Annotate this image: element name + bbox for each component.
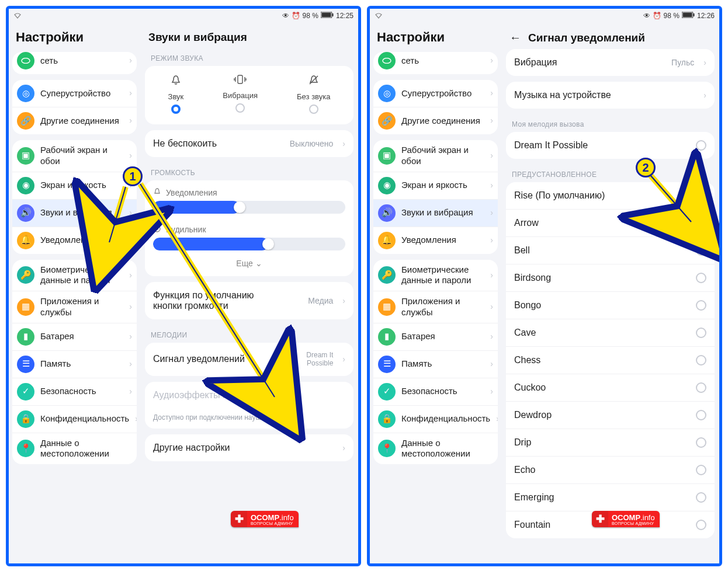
sidebar-item-display[interactable]: ◉Экран и яркость›	[373, 172, 498, 199]
preset-item[interactable]: Cuckoo	[506, 374, 715, 401]
volume-more[interactable]: Еще ⌄	[145, 254, 353, 276]
my-ringtone-item[interactable]: Dream It Possible	[506, 132, 715, 159]
sidebar-item-battery[interactable]: ▮Батарея›	[373, 323, 498, 350]
radio[interactable]	[696, 465, 706, 475]
radio[interactable]	[696, 273, 706, 283]
sidebar-item-home-wallpaper[interactable]: ▣ Рабочий экран и обои ›	[12, 140, 137, 172]
radio[interactable]	[696, 245, 706, 256]
preset-item[interactable]: Dewdrop	[506, 401, 715, 429]
lock-icon: 🔒	[378, 410, 396, 428]
do-not-disturb-row[interactable]: Не беспокоить Выключено ›	[145, 130, 353, 157]
battery-percent: 98 %	[303, 12, 318, 20]
sidebar-item-security[interactable]: ✓Безопасность›	[373, 378, 498, 405]
sidebar-item-biometrics[interactable]: 🔑 Биометрические данные и пароли ›	[12, 260, 137, 291]
my-ringtone-label: Моя мелодия вызова	[506, 114, 715, 132]
bell-icon: 🔔	[378, 232, 396, 249]
sidebar-item-location[interactable]: 📍 Данные о местоположении	[12, 433, 137, 465]
radio[interactable]	[696, 355, 706, 365]
sidebar-item-security[interactable]: ✓ Безопасность ›	[12, 378, 137, 405]
radio[interactable]	[696, 382, 706, 393]
radio[interactable]	[696, 520, 706, 530]
annotation-marker-1: 1	[123, 166, 143, 186]
sidebar-item-display[interactable]: ◉ Экран и яркость ›	[12, 172, 137, 199]
music-on-device-row[interactable]: Музыка на устройстве ›	[506, 82, 715, 109]
battery-icon	[682, 12, 695, 20]
mode-vibrate[interactable]: Вибрация	[223, 74, 258, 114]
link-icon: 🔗	[17, 112, 34, 130]
preset-label: Drip	[514, 437, 531, 448]
radio[interactable]	[696, 190, 706, 201]
radio[interactable]	[696, 140, 706, 151]
other-settings-row[interactable]: Другие настройки ›	[145, 434, 353, 461]
sidebar-item-apps[interactable]: ▦Приложения и службы›	[373, 291, 498, 323]
sidebar-item-sounds[interactable]: 🔊 Звуки и вибрация ›	[12, 199, 137, 227]
preset-item[interactable]: Arrow	[506, 209, 715, 236]
sidebar-item-sounds[interactable]: 🔊Звуки и вибрация›	[373, 199, 498, 227]
chevron-right-icon: ›	[129, 116, 132, 126]
radio[interactable]	[696, 410, 706, 420]
sound-mode-selector: Звук Вибрация	[145, 66, 353, 124]
volume-button-default-row[interactable]: Функция по умолчанию кнопки громкости Ме…	[145, 282, 353, 319]
preset-item[interactable]: Drip	[506, 429, 715, 456]
chevron-right-icon: ›	[129, 151, 132, 161]
radio-selected	[171, 105, 181, 114]
sidebar-item-apps[interactable]: ▦ Приложения и службы ›	[12, 291, 137, 323]
sidebar-item-other-connections[interactable]: 🔗Другие соединения›	[373, 107, 498, 134]
radio[interactable]	[696, 492, 706, 503]
radio[interactable]	[696, 328, 706, 338]
preset-item[interactable]: Rise (По умолчанию)	[506, 182, 715, 209]
preset-item[interactable]: Bongo	[506, 291, 715, 319]
screenshot-left: 👁 ⏰ 98 % 12:25 Настройки	[6, 6, 361, 566]
apps-icon: ▦	[378, 298, 396, 316]
preset-item[interactable]: Echo	[506, 456, 715, 483]
preset-item[interactable]: Bell	[506, 236, 715, 264]
preset-label: Cuckoo	[514, 382, 546, 393]
notification-sound-row[interactable]: Сигнал уведомлений Dream It Possible ›	[145, 343, 353, 376]
sidebar-item-biometrics[interactable]: 🔑Биометрические данные и пароли›	[373, 260, 498, 291]
vibration-row[interactable]: Вибрация Пульс ›	[506, 49, 715, 76]
sidebar-item-location[interactable]: 📍Данные о местоположении	[373, 433, 498, 465]
chevron-right-icon: ›	[703, 58, 706, 67]
chevron-right-icon: ›	[342, 354, 345, 364]
sidebar-item-superdevice[interactable]: ◎ Суперустройство ›	[12, 80, 137, 107]
battery-icon: ▮	[378, 328, 396, 346]
mode-sound[interactable]: Звук	[168, 74, 184, 114]
preset-item[interactable]: Emerging	[506, 483, 715, 511]
preset-label: Fountain	[514, 520, 550, 530]
sidebar-item-privacy[interactable]: 🔒 Конфиденциальность ›	[12, 405, 137, 433]
sidebar-item-network[interactable]: сеть ›	[12, 52, 137, 74]
radio[interactable]	[696, 218, 706, 228]
radio[interactable]	[696, 300, 706, 311]
superdevice-icon: ◎	[378, 85, 396, 102]
chevron-right-icon: ›	[490, 302, 493, 312]
apps-icon: ▦	[17, 298, 34, 316]
radio[interactable]	[696, 437, 706, 448]
back-button[interactable]: ←	[509, 31, 521, 44]
image-icon: ▣	[378, 147, 396, 165]
sidebar-item-superdevice[interactable]: ◎Суперустройство›	[373, 80, 498, 107]
sidebar-item-battery[interactable]: ▮ Батарея ›	[12, 323, 137, 350]
superdevice-icon: ◎	[17, 85, 34, 102]
sidebar-item-notifications[interactable]: 🔔Уведомления›	[373, 227, 498, 254]
volume-alarm-slider[interactable]	[145, 238, 353, 254]
sidebar-item-network[interactable]: сеть›	[373, 52, 498, 74]
sidebar-item-storage[interactable]: ☰ Память ›	[12, 350, 137, 378]
chevron-right-icon: ›	[129, 387, 132, 397]
sidebar-item-other-connections[interactable]: 🔗 Другие соединения ›	[12, 107, 137, 134]
preset-item[interactable]: Cave	[506, 319, 715, 346]
sidebar-item-storage[interactable]: ☰Память›	[373, 350, 498, 378]
volume-notif-slider[interactable]	[145, 201, 353, 217]
sidebar-item-privacy[interactable]: 🔒Конфиденциальность›	[373, 405, 498, 433]
sound-icon: 🔊	[378, 204, 396, 222]
alarm-icon: ⏰	[292, 12, 300, 20]
clock: 12:26	[697, 12, 715, 20]
preset-item[interactable]: Chess	[506, 346, 715, 374]
bell-off-icon	[308, 74, 320, 89]
storage-icon: ☰	[17, 356, 34, 373]
bell-icon: 🔔	[17, 232, 34, 249]
sidebar-item-home-wallpaper[interactable]: ▣Рабочий экран и обои›	[373, 140, 498, 172]
mode-silent[interactable]: Без звука	[297, 74, 330, 114]
preset-item[interactable]: Birdsong	[506, 264, 715, 291]
sidebar-item-notifications[interactable]: 🔔 Уведомления ›	[12, 227, 137, 254]
chevron-right-icon: ›	[129, 55, 132, 66]
